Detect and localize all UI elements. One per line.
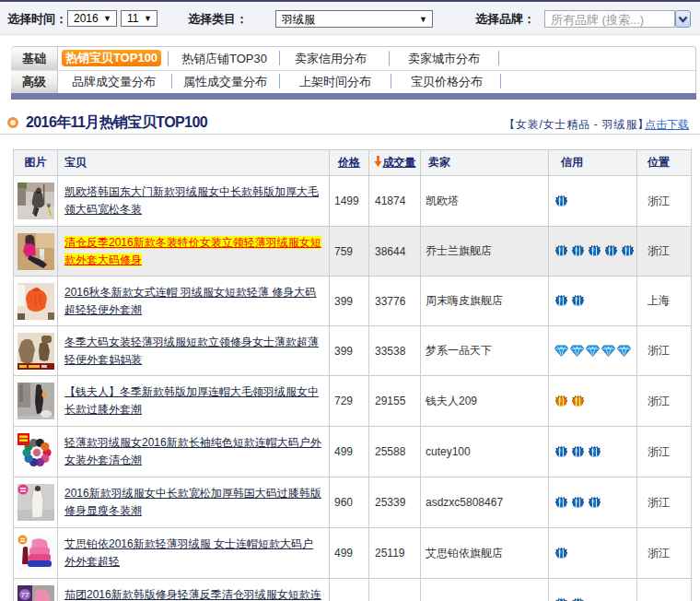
svg-text:77: 77 (20, 591, 29, 599)
